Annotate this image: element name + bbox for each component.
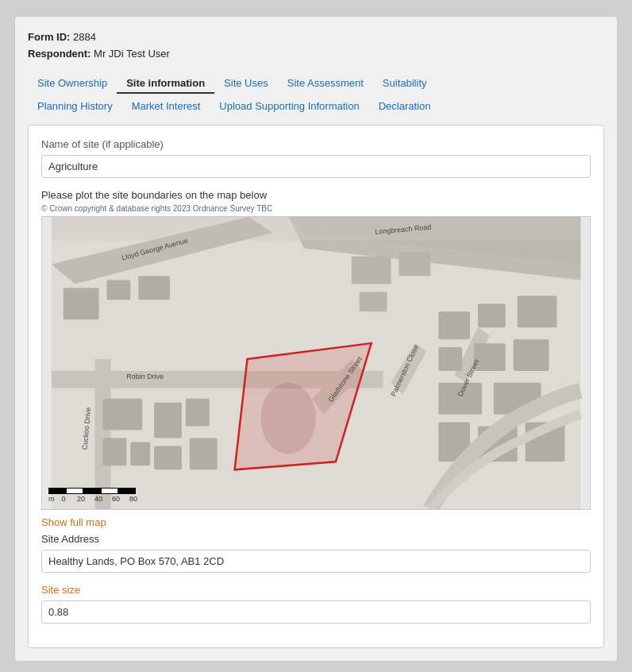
tab-market-interest[interactable]: Market Interest (122, 95, 210, 117)
tabs-row-1: Site Ownership Site information Site Use… (28, 72, 604, 94)
tab-suitability[interactable]: Suitability (373, 72, 437, 94)
tab-site-uses[interactable]: Site Uses (214, 72, 278, 94)
svg-rect-19 (190, 438, 218, 469)
svg-rect-32 (399, 252, 430, 276)
svg-rect-33 (360, 292, 387, 311)
svg-rect-17 (154, 446, 182, 469)
svg-rect-12 (138, 276, 170, 299)
svg-rect-18 (186, 398, 210, 426)
svg-rect-15 (130, 442, 150, 465)
tab-site-assessment[interactable]: Site Assessment (278, 72, 373, 94)
svg-rect-25 (514, 339, 549, 371)
svg-rect-23 (438, 347, 462, 371)
svg-rect-11 (106, 280, 130, 299)
scale-bar (48, 488, 136, 494)
main-card: Form ID: 2884 Respondent: Mr JDi Test Us… (14, 16, 618, 662)
map-copyright: © Crown copyright & database rights 2023… (41, 204, 591, 213)
tab-site-ownership[interactable]: Site Ownership (28, 72, 117, 94)
map-scale: m 0 20 40 60 80 (48, 488, 142, 503)
svg-rect-20 (438, 311, 470, 339)
svg-rect-6 (95, 359, 111, 509)
form-meta: Form ID: 2884 Respondent: Mr JDi Test Us… (28, 29, 604, 63)
respondent-value: Mr JDi Test User (94, 48, 170, 60)
site-address-label: Site Address (41, 533, 591, 545)
map-svg: Lloyd George Avenue Longbreach Road Robi… (42, 217, 590, 509)
svg-point-35 (260, 382, 316, 454)
svg-rect-16 (154, 402, 182, 438)
site-size-label: Site size (41, 584, 591, 596)
scale-labels: m 0 20 40 60 80 (48, 495, 142, 503)
form-id-label: Form ID: (28, 31, 70, 43)
respondent-label: Respondent: (28, 48, 91, 60)
site-name-label: Name of site (if applicable) (41, 138, 591, 150)
svg-rect-14 (102, 438, 126, 465)
tab-declaration[interactable]: Declaration (369, 95, 441, 117)
respondent-line: Respondent: Mr JDi Test User (28, 46, 604, 63)
tab-upload-supporting[interactable]: Upload Supporting Information (210, 95, 368, 117)
content-card: Name of site (if applicable) Please plot… (28, 125, 604, 648)
svg-rect-21 (478, 303, 506, 327)
tab-site-information[interactable]: Site information (117, 72, 214, 94)
form-id-line: Form ID: 2884 (28, 29, 604, 46)
tab-planning-history[interactable]: Planning History (28, 95, 122, 117)
svg-rect-24 (474, 343, 506, 371)
tabs-row-2: Planning History Market Interest Upload … (28, 95, 604, 117)
map-container[interactable]: Lloyd George Avenue Longbreach Road Robi… (41, 216, 591, 510)
svg-rect-3 (52, 217, 580, 241)
svg-text:Robin Drive: Robin Drive (126, 372, 164, 380)
site-address-input[interactable] (41, 550, 591, 573)
svg-rect-13 (102, 398, 142, 430)
site-size-input[interactable] (41, 601, 591, 624)
svg-rect-31 (352, 256, 391, 284)
svg-rect-22 (518, 295, 557, 327)
svg-rect-10 (64, 288, 99, 319)
show-full-map-link[interactable]: Show full map (41, 516, 106, 528)
site-name-input[interactable] (41, 155, 591, 178)
map-section-label: Please plot the site boundaries on the m… (41, 189, 591, 201)
form-id-value: 2884 (73, 31, 96, 43)
